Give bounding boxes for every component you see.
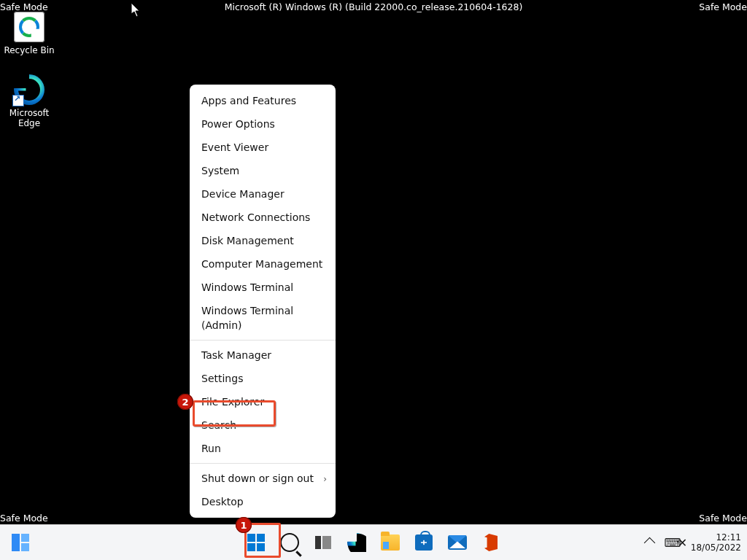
search-button[interactable] bbox=[276, 529, 303, 556]
search-icon bbox=[280, 533, 299, 552]
safemode-label-top-left: Safe Mode bbox=[0, 1, 48, 12]
menu-item-label: Shut down or sign out bbox=[201, 472, 314, 484]
winx-network-connections[interactable]: Network Connections bbox=[190, 206, 336, 229]
mail-icon bbox=[448, 535, 467, 550]
winx-windows-terminal[interactable]: Windows Terminal bbox=[190, 276, 336, 299]
task-view-icon bbox=[315, 536, 331, 549]
taskbar: ⌨︎✕ 12:11 18/05/2022 bbox=[0, 524, 747, 560]
winx-system[interactable]: System bbox=[190, 159, 336, 182]
desktop-icon-recycle-bin[interactable]: Recycle Bin bbox=[0, 12, 58, 55]
winx-device-manager[interactable]: Device Manager bbox=[190, 182, 336, 206]
office-icon bbox=[484, 534, 498, 551]
task-view-button[interactable] bbox=[310, 529, 336, 556]
start-button[interactable] bbox=[243, 529, 269, 556]
tray-time: 12:11 bbox=[691, 532, 741, 542]
taskbar-office-button[interactable] bbox=[478, 529, 504, 556]
winx-power-options[interactable]: Power Options bbox=[190, 112, 336, 136]
tray-date: 18/05/2022 bbox=[691, 542, 741, 553]
shortcut-overlay-icon bbox=[12, 95, 24, 106]
winx-file-explorer[interactable]: File Explorer bbox=[190, 390, 336, 413]
winx-disk-management[interactable]: Disk Management bbox=[190, 229, 336, 252]
tray-overflow-button[interactable] bbox=[643, 529, 657, 556]
winx-desktop[interactable]: Desktop bbox=[190, 490, 336, 513]
edge-icon bbox=[347, 533, 366, 552]
desktop-icon-microsoft-edge[interactable]: Microsoft Edge bbox=[0, 74, 58, 128]
winx-settings[interactable]: Settings bbox=[190, 367, 336, 390]
winx-computer-management[interactable]: Computer Management bbox=[190, 252, 336, 276]
file-explorer-icon bbox=[381, 534, 400, 551]
winx-windows-terminal-admin[interactable]: Windows Terminal (Admin) bbox=[190, 299, 336, 337]
winx-search[interactable]: Search bbox=[190, 413, 336, 437]
winx-shut-down-or-sign-out[interactable]: Shut down or sign out › bbox=[190, 467, 336, 490]
windows-start-icon bbox=[247, 534, 265, 551]
microsoft-store-icon bbox=[415, 534, 433, 551]
menu-separator bbox=[190, 340, 336, 341]
keyboard-language-icon: ⌨︎✕ bbox=[665, 536, 684, 550]
winx-event-viewer[interactable]: Event Viewer bbox=[190, 136, 336, 159]
taskbar-microsoft-store-button[interactable] bbox=[411, 529, 437, 556]
edge-icon bbox=[14, 74, 44, 105]
desktop-icon-label: Recycle Bin bbox=[0, 45, 58, 55]
recycle-bin-icon bbox=[14, 12, 44, 42]
taskbar-edge-button[interactable] bbox=[344, 529, 370, 556]
desktop[interactable]: Safe Mode Safe Mode Safe Mode Safe Mode … bbox=[0, 0, 747, 560]
menu-separator bbox=[190, 463, 336, 464]
widgets-button[interactable] bbox=[7, 529, 34, 556]
winx-apps-and-features[interactable]: Apps and Features bbox=[190, 89, 336, 112]
quick-link-menu: Apps and Features Power Options Event Vi… bbox=[190, 85, 336, 518]
winx-task-manager[interactable]: Task Manager bbox=[190, 343, 336, 367]
safemode-label-bottom-right: Safe Mode bbox=[699, 513, 747, 524]
safemode-label-top-right: Safe Mode bbox=[699, 1, 747, 12]
widgets-icon bbox=[12, 534, 29, 551]
taskbar-mail-button[interactable] bbox=[444, 529, 471, 556]
safemode-label-bottom-left: Safe Mode bbox=[0, 513, 48, 524]
chevron-up-icon bbox=[644, 537, 656, 548]
tray-input-language-button[interactable]: ⌨︎✕ bbox=[665, 529, 684, 556]
windows-build-label: Microsoft (R) Windows (R) (Build 22000.c… bbox=[225, 1, 523, 12]
desktop-icon-label: Microsoft Edge bbox=[0, 108, 58, 128]
winx-run[interactable]: Run bbox=[190, 437, 336, 460]
chevron-right-icon: › bbox=[323, 472, 327, 486]
tray-clock[interactable]: 12:11 18/05/2022 bbox=[691, 532, 741, 553]
mouse-cursor-icon bbox=[131, 3, 142, 18]
taskbar-file-explorer-button[interactable] bbox=[377, 529, 403, 556]
